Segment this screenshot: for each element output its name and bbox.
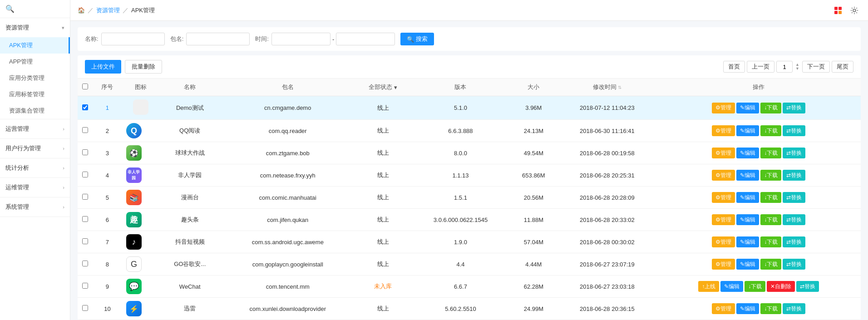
delete-btn[interactable]: ✕自删除 [767, 281, 795, 292]
home-icon[interactable]: 🏠 [78, 7, 85, 14]
last-page-btn[interactable]: 尾页 [832, 61, 853, 73]
sidebar-group-behavior: 用户行为管理 › [0, 139, 70, 158]
manage-btn[interactable]: ⚙管理 [712, 125, 735, 136]
download-btn[interactable]: ↓下载 [760, 170, 781, 181]
edit-btn[interactable]: ✎编辑 [720, 281, 743, 292]
row-checkbox[interactable] [82, 283, 88, 289]
upload-button[interactable]: 上传文件 [85, 60, 121, 74]
manage-btn[interactable]: ⚙管理 [712, 236, 735, 247]
search-package-input[interactable] [186, 33, 250, 45]
replace-btn[interactable]: ⇄替换 [796, 281, 819, 292]
sidebar-group-behavior-title[interactable]: 用户行为管理 › [0, 139, 70, 158]
select-all-checkbox[interactable] [82, 84, 88, 89]
online-btn[interactable]: ↑上线 [698, 281, 719, 292]
row-checkbox[interactable] [82, 149, 88, 155]
sort-icon[interactable]: ⇅ [618, 85, 621, 90]
manage-btn[interactable]: ⚙管理 [712, 192, 735, 203]
header-version: 版本 [412, 79, 510, 96]
download-btn[interactable]: ↓下载 [760, 259, 781, 270]
row-checkbox[interactable] [82, 194, 88, 200]
search-icon[interactable]: 🔍 [5, 5, 15, 13]
row-seq: 10 [104, 305, 110, 312]
edit-btn[interactable]: ✎编辑 [736, 192, 759, 203]
search-date-start-input[interactable] [271, 33, 330, 45]
replace-btn[interactable]: ⇄替换 [783, 214, 805, 225]
search-date-end-input[interactable] [336, 33, 395, 45]
status-badge: 未入库 [374, 283, 392, 290]
sidebar-group-ops-title[interactable]: 运营管理 › [0, 119, 70, 138]
edit-btn[interactable]: ✎编辑 [736, 214, 759, 225]
download-btn[interactable]: ↓下载 [760, 148, 781, 158]
edit-btn[interactable]: ✎编辑 [736, 148, 759, 158]
sidebar-group-resource-title[interactable]: 资源管理 ▾ [0, 18, 70, 37]
action-buttons: ⚙管理 ✎编辑 ↓下载 ⇄替换 [660, 170, 857, 181]
edit-btn[interactable]: ✎编辑 [736, 236, 759, 247]
row-checkbox[interactable] [82, 305, 88, 311]
sidebar-item-category[interactable]: 应用分类管理 [0, 70, 70, 86]
action-buttons: ⚙管理 ✎编辑 ↓下载 ⇄替换 [660, 103, 857, 113]
grid-icon-btn[interactable] [832, 4, 844, 17]
edit-btn[interactable]: ✎编辑 [736, 170, 759, 181]
download-btn[interactable]: ↓下载 [760, 125, 781, 136]
sidebar-group-system-title[interactable]: 系统管理 › [0, 197, 70, 217]
sidebar-item-apk[interactable]: APK管理 [0, 37, 70, 54]
row-seq[interactable]: 1 [106, 104, 109, 111]
sidebar-group-stats-label: 统计分析 [5, 164, 29, 172]
manage-btn[interactable]: ⚙管理 [712, 259, 735, 270]
download-btn[interactable]: ↓下载 [760, 236, 781, 247]
replace-btn[interactable]: ⇄替换 [783, 303, 805, 314]
row-checkbox[interactable] [82, 104, 88, 110]
page-number-input[interactable] [776, 61, 793, 73]
row-seq: 3 [106, 150, 109, 157]
replace-btn[interactable]: ⇄替换 [783, 125, 805, 136]
search-time-field: 时间: - [255, 33, 395, 45]
row-checkbox[interactable] [82, 238, 88, 244]
row-checkbox[interactable] [82, 216, 88, 222]
search-package-label: 包名: [170, 35, 184, 43]
first-page-btn[interactable]: 首页 [723, 61, 745, 73]
sidebar-item-collection[interactable]: 资源集合管理 [0, 103, 70, 119]
replace-btn[interactable]: ⇄替换 [783, 148, 805, 158]
row-checkbox[interactable] [82, 172, 88, 177]
manage-btn[interactable]: ⚙管理 [712, 214, 735, 225]
row-checkbox[interactable] [82, 261, 88, 266]
sidebar-item-app[interactable]: APP管理 [0, 54, 70, 70]
sidebar-group-stats-title[interactable]: 统计分析 › [0, 158, 70, 177]
gear-icon-btn[interactable] [848, 4, 861, 17]
sidebar-item-tag[interactable]: 应用标签管理 [0, 86, 70, 103]
sidebar-search-area[interactable]: 🔍 [0, 0, 70, 18]
search-name-input[interactable] [101, 33, 165, 45]
download-btn[interactable]: ↓下载 [760, 192, 781, 203]
download-btn[interactable]: ↓下载 [760, 103, 781, 113]
manage-btn[interactable]: ⚙管理 [712, 170, 735, 181]
edit-btn[interactable]: ✎编辑 [736, 125, 759, 136]
download-btn[interactable]: ↓下载 [760, 303, 781, 314]
search-button[interactable]: 🔍 搜索 [400, 33, 434, 45]
download-btn[interactable]: ↓下载 [745, 281, 765, 292]
breadcrumb-resource[interactable]: 资源管理 [96, 6, 120, 15]
manage-btn[interactable]: ⚙管理 [712, 148, 735, 158]
manage-btn[interactable]: ⚙管理 [712, 103, 735, 113]
size: 11.88M [524, 217, 543, 223]
sidebar-group-maintain-label: 运维管理 [5, 183, 29, 192]
page-down-arrow[interactable]: ▼ [794, 67, 800, 71]
sidebar-group-maintain-title[interactable]: 运维管理 › [0, 178, 70, 197]
row-checkbox[interactable] [82, 127, 88, 133]
edit-btn[interactable]: ✎编辑 [736, 103, 759, 113]
prev-page-btn[interactable]: 上一页 [747, 61, 774, 73]
sidebar-group-behavior-label: 用户行为管理 [5, 144, 41, 153]
app-name: 抖音短视频 [175, 238, 205, 245]
replace-btn[interactable]: ⇄替换 [783, 259, 805, 270]
chevron-right-icon: › [63, 126, 64, 132]
batch-delete-button[interactable]: 批量删除 [125, 60, 162, 74]
replace-btn[interactable]: ⇄替换 [783, 236, 805, 247]
replace-btn[interactable]: ⇄替换 [783, 103, 805, 113]
edit-btn[interactable]: ✎编辑 [736, 259, 759, 270]
edit-btn[interactable]: ✎编辑 [736, 303, 759, 314]
status-filter-dropdown-icon[interactable]: ▾ [394, 84, 397, 91]
replace-btn[interactable]: ⇄替换 [783, 170, 805, 181]
download-btn[interactable]: ↓下载 [760, 214, 781, 225]
next-page-btn[interactable]: 下一页 [802, 61, 830, 73]
manage-btn[interactable]: ⚙管理 [712, 303, 735, 314]
replace-btn[interactable]: ⇄替换 [783, 192, 805, 203]
